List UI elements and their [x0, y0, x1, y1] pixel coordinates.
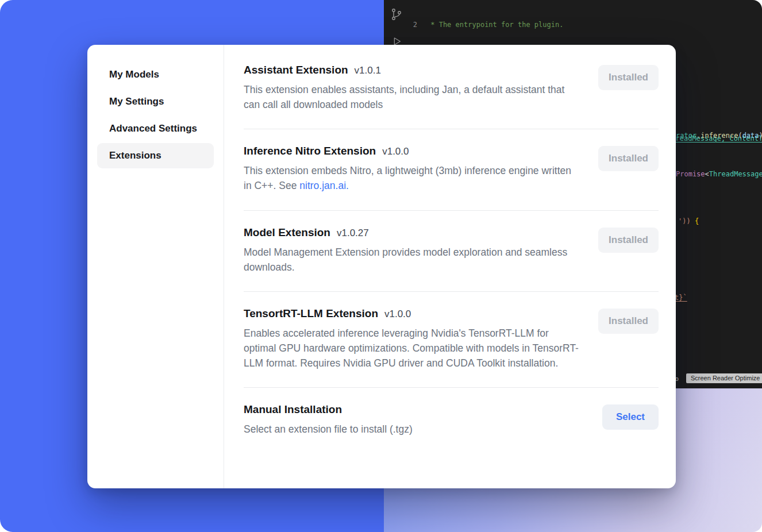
code-token: < [705, 170, 709, 178]
code-token: ')) [678, 217, 691, 225]
extension-description: This extension enables assistants, inclu… [244, 83, 582, 112]
code-fragment: ')) { [678, 217, 699, 225]
extension-row: Inference Nitro Extensionv1.0.0 This ext… [244, 129, 659, 210]
extension-info: Inference Nitro Extensionv1.0.0 This ext… [244, 145, 582, 193]
sidebar-item-advanced-settings[interactable]: Advanced Settings [97, 116, 214, 141]
settings-modal: My Models My Settings Advanced Settings … [87, 45, 676, 488]
code-token: ( [738, 132, 742, 140]
extension-info: Model Extensionv1.0.27 Model Management … [244, 226, 582, 275]
code-token: inference [701, 132, 738, 140]
description-text: Select an extension file to install (.tg… [244, 423, 413, 435]
extension-info: TensortRT-LLM Extensionv1.0.0 Enables ac… [244, 307, 582, 371]
code-comment: * The entrypoint for the plugin. [426, 20, 563, 30]
extensions-list: Assistant Extensionv1.0.1 This extension… [244, 48, 659, 388]
extension-version: v1.0.27 [337, 228, 369, 238]
sidebar-item-label: My Models [109, 69, 159, 80]
manual-installation-description: Select an extension file to install (.tg… [244, 422, 413, 437]
extension-name: Model Extension [244, 226, 330, 238]
installed-button[interactable]: Installed [598, 146, 659, 171]
manual-installation-title: Manual Installation [244, 403, 342, 415]
line-number: 2 [409, 20, 426, 30]
sidebar-item-my-settings[interactable]: My Settings [97, 89, 214, 114]
extension-row: TensortRT-LLM Extensionv1.0.0 Enables ac… [244, 292, 659, 388]
extension-description: Model Management Extension provides mode… [244, 245, 582, 275]
extension-row: Assistant Extensionv1.0.1 This extension… [244, 48, 659, 129]
extension-name: TensortRT-LLM Extension [244, 307, 378, 319]
extension-title-line: Manual Installation [244, 403, 413, 416]
code-token: Promise [676, 170, 705, 178]
code-token: { [691, 217, 699, 225]
code-fragment: Promise<ThreadMessage> [676, 170, 762, 178]
extension-row: Model Extensionv1.0.27 Model Management … [244, 211, 659, 292]
extension-info: Manual Installation Select an extension … [244, 403, 413, 437]
code-fragment: rator.inference(data)); [676, 132, 762, 140]
select-file-button[interactable]: Select [602, 404, 659, 430]
code-token: rator [676, 132, 696, 140]
sidebar-nav: My Models My Settings Advanced Settings … [87, 62, 224, 168]
settings-sidebar: My Models My Settings Advanced Settings … [87, 45, 224, 488]
extension-info: Assistant Extensionv1.0.1 This extension… [244, 64, 582, 112]
extension-title-line: Assistant Extensionv1.0.1 [244, 64, 582, 76]
extension-name: Inference Nitro Extension [244, 145, 376, 157]
installed-button[interactable]: Installed [598, 228, 659, 253]
screenshot-canvas: 2 * The entrypoint for the plugin. 3 */ … [0, 0, 762, 532]
screen-reader-chip[interactable]: Screen Reader Optimize [686, 373, 762, 383]
extension-name: Assistant Extension [244, 64, 348, 76]
source-control-icon[interactable] [390, 7, 403, 24]
description-text: This extension enables assistants, inclu… [244, 84, 564, 110]
manual-installation-row: Manual Installation Select an extension … [244, 388, 659, 454]
sidebar-item-extensions[interactable]: Extensions [97, 143, 214, 168]
sidebar-item-label: Advanced Settings [109, 123, 197, 134]
code-token: ThreadMessage [709, 170, 762, 178]
extension-title-line: Inference Nitro Extensionv1.0.0 [244, 145, 582, 157]
description-text: Model Management Extension provides mode… [244, 246, 567, 273]
description-text: Enables accelerated inference leveraging… [244, 327, 579, 368]
code-token: )); [759, 132, 762, 140]
extensions-content: Assistant Extensionv1.0.1 This extension… [224, 45, 676, 488]
extension-description: This extension embeds Nitro, a lightweig… [244, 164, 582, 193]
code-token: t}` [675, 294, 687, 302]
code-fragment: t}` [675, 294, 687, 302]
extension-title-line: Model Extensionv1.0.27 [244, 226, 582, 239]
installed-button[interactable]: Installed [598, 309, 659, 334]
description-text: This extension embeds Nitro, a lightweig… [244, 165, 571, 191]
code-line: 2 * The entrypoint for the plugin. [409, 20, 762, 30]
extension-version: v1.0.1 [355, 65, 381, 76]
extension-version: v1.0.0 [384, 309, 411, 319]
installed-button[interactable]: Installed [598, 65, 659, 90]
sidebar-item-my-models[interactable]: My Models [97, 62, 214, 87]
extension-description-link[interactable]: nitro.jan.ai. [299, 180, 349, 191]
extension-version: v1.0.0 [382, 146, 409, 157]
extension-description: Enables accelerated inference leveraging… [244, 326, 582, 371]
code-token: data [742, 132, 759, 140]
sidebar-item-label: Extensions [109, 150, 161, 161]
extension-title-line: TensortRT-LLM Extensionv1.0.0 [244, 307, 582, 320]
sidebar-item-label: My Settings [109, 96, 164, 107]
